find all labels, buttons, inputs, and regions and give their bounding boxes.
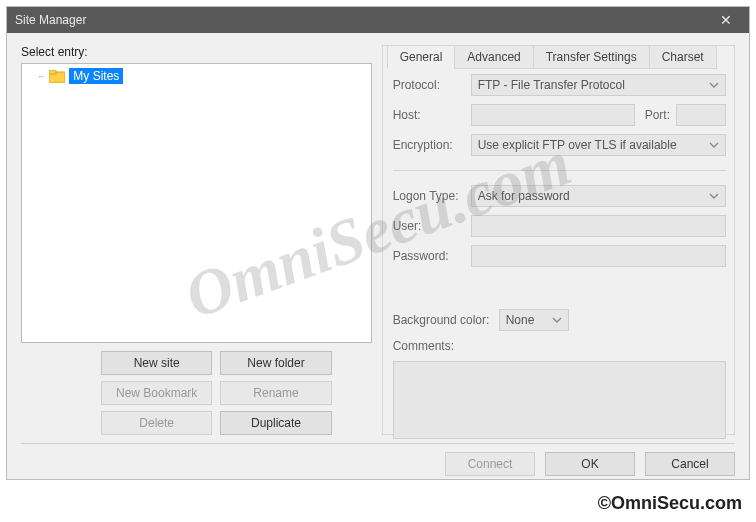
ok-button[interactable]: OK [545, 452, 635, 476]
encryption-label: Encryption: [393, 138, 465, 152]
duplicate-button[interactable]: Duplicate [220, 411, 331, 435]
tab-bar: General Advanced Transfer Settings Chars… [387, 45, 716, 69]
encryption-value: Use explicit FTP over TLS if available [478, 138, 677, 152]
port-input[interactable] [676, 104, 726, 126]
connect-button: Connect [445, 452, 535, 476]
logon-type-label: Logon Type: [393, 189, 465, 203]
encryption-select[interactable]: Use explicit FTP over TLS if available [471, 134, 726, 156]
titlebar: Site Manager ✕ [7, 7, 749, 33]
port-label: Port: [645, 108, 670, 122]
footer-separator [21, 443, 735, 444]
new-site-button[interactable]: New site [101, 351, 212, 375]
copyright-text: ©OmniSecu.com [598, 493, 742, 514]
protocol-value: FTP - File Transfer Protocol [478, 78, 625, 92]
chevron-down-icon [709, 191, 719, 201]
tab-transfer-settings[interactable]: Transfer Settings [533, 45, 650, 69]
close-icon[interactable]: ✕ [711, 12, 741, 28]
tree-root-label: My Sites [69, 68, 123, 84]
tab-general[interactable]: General [387, 45, 456, 69]
tab-charset[interactable]: Charset [649, 45, 717, 69]
logon-type-select[interactable]: Ask for password [471, 185, 726, 207]
svg-rect-1 [49, 70, 56, 74]
user-input[interactable] [471, 215, 726, 237]
new-bookmark-button: New Bookmark [101, 381, 212, 405]
bgcolor-label: Background color: [393, 313, 493, 327]
logon-type-value: Ask for password [478, 189, 570, 203]
folder-icon [49, 70, 65, 83]
bgcolor-select[interactable]: None [499, 309, 569, 331]
password-label: Password: [393, 249, 465, 263]
host-label: Host: [393, 108, 465, 122]
new-folder-button[interactable]: New folder [220, 351, 331, 375]
user-label: User: [393, 219, 465, 233]
password-input[interactable] [471, 245, 726, 267]
tab-advanced[interactable]: Advanced [454, 45, 533, 69]
site-tree[interactable]: ··· My Sites [21, 63, 372, 343]
left-panel: Select entry: ··· My Sites New site New … [21, 45, 372, 435]
comments-label: Comments: [393, 339, 493, 353]
tree-root-row[interactable]: ··· My Sites [26, 68, 367, 84]
chevron-down-icon [709, 140, 719, 150]
tree-connector: ··· [38, 71, 43, 82]
rename-button: Rename [220, 381, 331, 405]
dialog-footer: Connect OK Cancel [7, 452, 749, 486]
site-manager-window: Site Manager ✕ Select entry: ··· My Site… [6, 6, 750, 480]
protocol-label: Protocol: [393, 78, 465, 92]
bgcolor-value: None [506, 313, 535, 327]
window-title: Site Manager [15, 13, 86, 27]
separator [393, 170, 726, 171]
protocol-select[interactable]: FTP - File Transfer Protocol [471, 74, 726, 96]
host-input[interactable] [471, 104, 635, 126]
delete-button: Delete [101, 411, 212, 435]
select-entry-label: Select entry: [21, 45, 372, 59]
chevron-down-icon [709, 80, 719, 90]
chevron-down-icon [552, 315, 562, 325]
right-panel: General Advanced Transfer Settings Chars… [382, 45, 735, 435]
comments-textarea[interactable] [393, 361, 726, 439]
cancel-button[interactable]: Cancel [645, 452, 735, 476]
